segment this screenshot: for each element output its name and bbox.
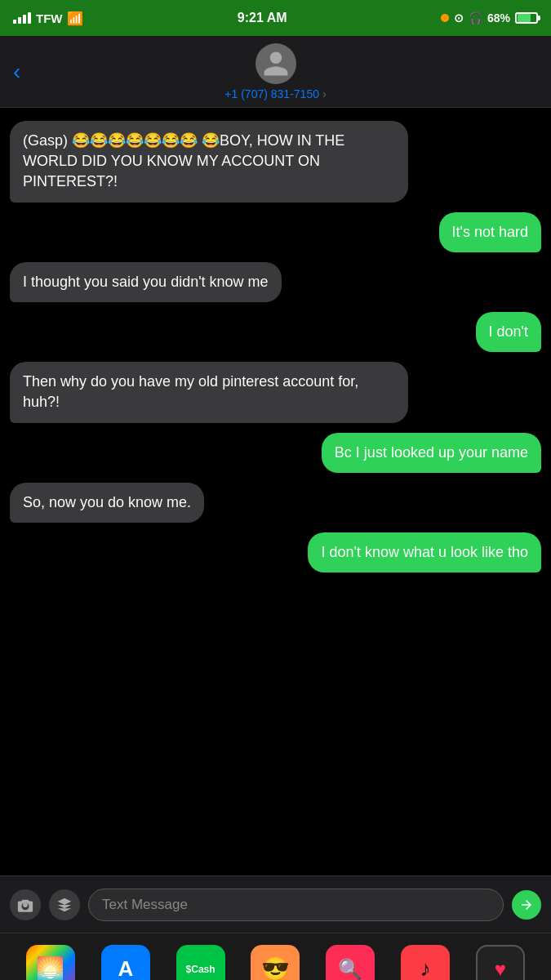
carrier-label: TFW — [36, 11, 62, 25]
wifi-icon: 📶 — [67, 11, 83, 26]
person-icon — [261, 49, 291, 78]
messages-area: (Gasp) 😂😂😂😂😂😂😂 😂BOY, HOW IN THE WORLD DI… — [0, 108, 551, 875]
signal-bars — [13, 12, 31, 24]
appstore-input-button[interactable] — [49, 889, 80, 920]
status-right: ⊙ 🎧 68% — [441, 11, 538, 24]
appstore-icon — [56, 897, 73, 913]
camera-icon — [17, 897, 33, 913]
message-bubble-6: Bc I just looked up your name — [322, 433, 541, 473]
battery-icon — [515, 12, 538, 24]
contact-avatar — [256, 43, 296, 84]
message-bubble-8: I don't know what u look like tho — [308, 532, 541, 572]
headphone-icon: 🎧 — [469, 11, 482, 24]
contact-number[interactable]: +1 (707) 831-7150 › — [224, 87, 326, 100]
send-icon — [519, 898, 534, 912]
dock-hearts[interactable]: ♥ — [476, 945, 525, 981]
dock-music[interactable]: ♪ — [401, 945, 450, 981]
dock-photos[interactable]: 🌅 — [26, 945, 75, 981]
dock-bitmoji[interactable]: 😎 — [251, 945, 300, 981]
dock-browser[interactable]: 🔍 — [326, 945, 375, 981]
back-button[interactable]: ‹ — [13, 59, 20, 85]
input-bar: Text Message — [0, 875, 551, 933]
chevron-right-icon: › — [322, 87, 327, 100]
camera-button[interactable] — [10, 889, 41, 920]
send-button[interactable] — [512, 890, 541, 920]
message-bubble-7: So, now you do know me. — [10, 483, 204, 523]
recording-indicator — [441, 14, 449, 22]
text-input[interactable]: Text Message — [88, 889, 504, 921]
message-bubble-5: Then why do you have my old pinterest ac… — [10, 362, 408, 422]
status-left: TFW 📶 — [13, 11, 83, 26]
dock-appstore[interactable]: A — [101, 945, 150, 981]
dock-cashapp[interactable]: $Cash — [176, 945, 225, 981]
message-bubble-1: (Gasp) 😂😂😂😂😂😂😂 😂BOY, HOW IN THE WORLD DI… — [10, 121, 408, 203]
message-header: ‹ +1 (707) 831-7150 › — [0, 36, 551, 108]
battery-percent: 68% — [487, 11, 510, 24]
message-bubble-4: I don't — [476, 312, 541, 352]
screen-record-icon: ⊙ — [454, 11, 464, 24]
status-time: 9:21 AM — [238, 11, 287, 25]
status-bar: TFW 📶 9:21 AM ⊙ 🎧 68% — [0, 0, 551, 36]
dock: 🌅 A $Cash 😎 🔍 ♪ ♥ — [0, 933, 551, 980]
text-message-placeholder: Text Message — [102, 897, 188, 913]
message-bubble-3: I thought you said you didn't know me — [10, 262, 282, 302]
message-bubble-2: It's not hard — [439, 212, 542, 252]
